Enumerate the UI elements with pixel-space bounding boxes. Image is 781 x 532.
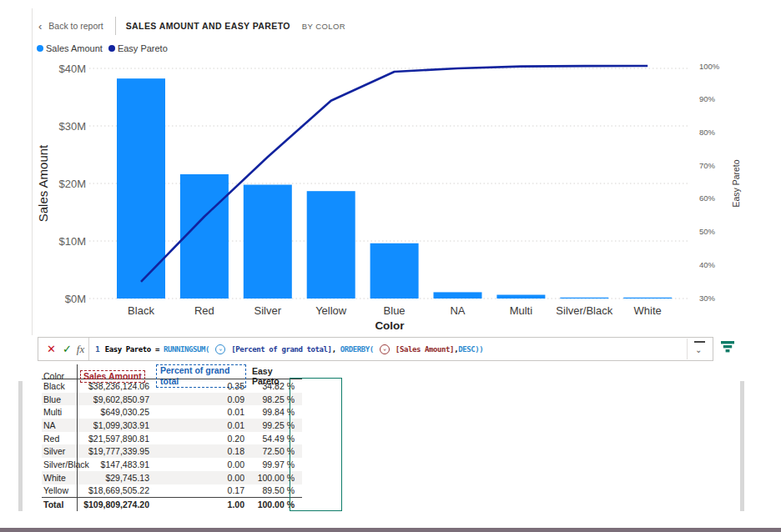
legend-item-easy-pareto[interactable]: Easy Pareto bbox=[108, 43, 168, 53]
formula-input[interactable]: Easy Pareto = RUNNINGSUM( ⌄ [Percent of … bbox=[105, 344, 687, 354]
right-axis-tick: 100% bbox=[699, 62, 720, 71]
right-axis-tick: 30% bbox=[699, 294, 716, 303]
legend-label: Easy Pareto bbox=[118, 43, 168, 53]
topbar: ‹ Back to report SALES AMOUNT AND EASY P… bbox=[38, 15, 345, 37]
formula-token: = bbox=[155, 345, 164, 354]
left-axis-tick: $10M bbox=[58, 235, 86, 248]
bar-blue[interactable] bbox=[370, 243, 419, 299]
bottom-bar bbox=[0, 528, 781, 532]
category-label: Yellow bbox=[315, 304, 347, 317]
left-axis-tick: $30M bbox=[58, 120, 86, 133]
pareto-combo-chart: $40M$30M$20M$10M$0M100%90%80%70%60%50%40… bbox=[0, 58, 781, 334]
right-axis-tick: 70% bbox=[699, 161, 716, 170]
formula-token: Easy Pareto bbox=[105, 345, 155, 354]
formula-line-number: 1 bbox=[89, 345, 104, 354]
category-label: White bbox=[634, 304, 662, 317]
visual-subtitle: BY COLOR bbox=[302, 22, 345, 31]
category-label: Blue bbox=[384, 304, 406, 317]
category-label: NA bbox=[450, 304, 465, 317]
right-axis-tick: 50% bbox=[699, 227, 716, 236]
chart-legend: Sales AmountEasy Pareto bbox=[37, 43, 168, 53]
formula-bar: ✕ ✓ fx 1 Easy Pareto = RUNNINGSUM( ⌄ [Pe… bbox=[38, 337, 713, 361]
panel-left-edge bbox=[18, 381, 23, 511]
category-label: Silver/Black bbox=[556, 304, 612, 317]
bar-silver-black[interactable] bbox=[560, 298, 608, 299]
table-row-silver-black[interactable]: Silver/Black$147,483.910.0099.97 % bbox=[42, 458, 302, 471]
formula-token: [Sales Amount] bbox=[391, 345, 454, 354]
formula-token: DESC bbox=[458, 345, 475, 354]
back-to-report-button[interactable]: ‹ Back to report bbox=[38, 21, 103, 32]
formula-token: , bbox=[332, 345, 340, 354]
table-header-row: ColorSales AmountPercent of grand totalE… bbox=[42, 364, 302, 379]
table-row-na[interactable]: NA$1,099,303.910.0199.25 % bbox=[42, 419, 302, 432]
right-axis-title: Easy Pareto bbox=[731, 159, 741, 207]
table-row-black[interactable]: Black$38,236,124.060.3534.82 % bbox=[42, 379, 302, 393]
formula-token: RUNNINGSUM( bbox=[164, 345, 214, 354]
bar-na[interactable] bbox=[434, 292, 482, 299]
right-axis-tick: 90% bbox=[699, 94, 716, 103]
table-row-blue[interactable]: Blue$9,602,850.970.0998.25 % bbox=[42, 393, 302, 406]
back-to-report-label: Back to report bbox=[48, 21, 103, 31]
table-row-red[interactable]: Red$21,597,890.810.2054.49 % bbox=[42, 432, 302, 445]
formula-token: )) bbox=[475, 345, 483, 354]
category-label: Black bbox=[128, 304, 154, 317]
left-axis-tick: $20M bbox=[58, 178, 86, 190]
category-label: Multi bbox=[510, 304, 533, 317]
legend-label: Sales Amount bbox=[46, 43, 103, 53]
legend-item-sales-amount[interactable]: Sales Amount bbox=[37, 43, 103, 53]
resize-handle[interactable] bbox=[694, 341, 705, 343]
bar-white[interactable] bbox=[623, 298, 672, 299]
field-chevron-icon: ⌄ bbox=[380, 344, 390, 354]
right-axis-tick: 40% bbox=[699, 260, 716, 269]
chevron-left-icon: ‹ bbox=[38, 21, 42, 32]
left-axis-title: Sales Amount bbox=[36, 144, 50, 222]
left-axis-tick: $0M bbox=[65, 293, 86, 305]
category-label: Red bbox=[194, 304, 214, 317]
right-axis-tick: 60% bbox=[699, 193, 716, 203]
table-row-silver[interactable]: Silver$19,777,339.950.1872.50 % bbox=[42, 444, 302, 458]
table-total-row: Total$109,809,274.201.00100.00 % bbox=[42, 497, 302, 511]
x-axis-title: Color bbox=[375, 319, 405, 332]
cancel-formula-button[interactable]: ✕ bbox=[43, 344, 59, 354]
legend-dot-icon bbox=[37, 45, 43, 52]
chevron-down-icon: ⌄ bbox=[695, 345, 702, 354]
table-row-yellow[interactable]: Yellow$18,669,505.220.1789.50 % bbox=[42, 484, 302, 498]
bar-yellow[interactable] bbox=[307, 191, 355, 299]
bar-silver[interactable] bbox=[244, 185, 292, 299]
powerbi-visual-calculation-screen: ‹ Back to report SALES AMOUNT AND EASY P… bbox=[0, 0, 781, 532]
legend-dot-icon bbox=[108, 45, 115, 52]
bar-multi[interactable] bbox=[496, 295, 545, 299]
topbar-divider bbox=[115, 17, 116, 35]
right-axis-tick: 80% bbox=[699, 128, 716, 137]
visual-title: SALES AMOUNT AND EASY PARETO bbox=[126, 21, 290, 31]
table-row-multi[interactable]: Multi$649,030.250.0199.84 % bbox=[42, 405, 302, 419]
formula-expand-dropdown[interactable]: ⌄ bbox=[687, 339, 713, 359]
formula-token: [Percent of grand total] bbox=[227, 345, 331, 354]
category-label: Silver bbox=[254, 304, 282, 317]
panel-right-edge bbox=[740, 381, 744, 511]
commit-formula-button[interactable]: ✓ bbox=[59, 344, 75, 354]
data-table: ColorSales AmountPercent of grand totalE… bbox=[42, 364, 302, 511]
bar-red[interactable] bbox=[180, 174, 229, 299]
formula-token: ORDERBY( bbox=[340, 345, 378, 354]
funnel-icon bbox=[720, 340, 735, 354]
left-axis-tick: $40M bbox=[58, 63, 86, 75]
visual-calculations-funnel-button[interactable] bbox=[719, 340, 736, 357]
table-row-white[interactable]: White$29,745.130.00100.00 % bbox=[42, 471, 302, 484]
fx-icon: fx bbox=[75, 343, 88, 356]
field-chevron-icon: ⌄ bbox=[215, 344, 225, 354]
